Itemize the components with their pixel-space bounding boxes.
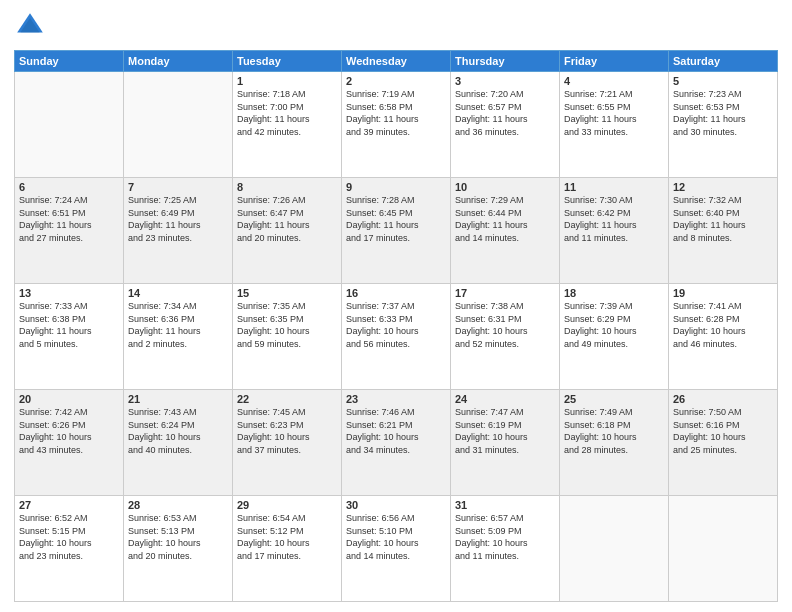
calendar-cell: 3Sunrise: 7:20 AM Sunset: 6:57 PM Daylig… [451, 72, 560, 178]
day-info: Sunrise: 7:32 AM Sunset: 6:40 PM Dayligh… [673, 194, 773, 244]
day-info: Sunrise: 7:28 AM Sunset: 6:45 PM Dayligh… [346, 194, 446, 244]
calendar-cell [669, 496, 778, 602]
day-info: Sunrise: 7:39 AM Sunset: 6:29 PM Dayligh… [564, 300, 664, 350]
calendar-cell: 9Sunrise: 7:28 AM Sunset: 6:45 PM Daylig… [342, 178, 451, 284]
day-number: 3 [455, 75, 555, 87]
week-row-1: 6Sunrise: 7:24 AM Sunset: 6:51 PM Daylig… [15, 178, 778, 284]
weekday-header-thursday: Thursday [451, 51, 560, 72]
weekday-header-friday: Friday [560, 51, 669, 72]
calendar-cell: 28Sunrise: 6:53 AM Sunset: 5:13 PM Dayli… [124, 496, 233, 602]
day-number: 6 [19, 181, 119, 193]
day-number: 27 [19, 499, 119, 511]
day-info: Sunrise: 7:41 AM Sunset: 6:28 PM Dayligh… [673, 300, 773, 350]
day-info: Sunrise: 7:45 AM Sunset: 6:23 PM Dayligh… [237, 406, 337, 456]
day-number: 22 [237, 393, 337, 405]
day-number: 7 [128, 181, 228, 193]
day-number: 24 [455, 393, 555, 405]
day-number: 15 [237, 287, 337, 299]
day-number: 13 [19, 287, 119, 299]
calendar-cell: 31Sunrise: 6:57 AM Sunset: 5:09 PM Dayli… [451, 496, 560, 602]
calendar-cell: 13Sunrise: 7:33 AM Sunset: 6:38 PM Dayli… [15, 284, 124, 390]
day-number: 31 [455, 499, 555, 511]
calendar-cell: 15Sunrise: 7:35 AM Sunset: 6:35 PM Dayli… [233, 284, 342, 390]
week-row-4: 27Sunrise: 6:52 AM Sunset: 5:15 PM Dayli… [15, 496, 778, 602]
calendar-cell: 19Sunrise: 7:41 AM Sunset: 6:28 PM Dayli… [669, 284, 778, 390]
calendar-cell: 8Sunrise: 7:26 AM Sunset: 6:47 PM Daylig… [233, 178, 342, 284]
day-number: 19 [673, 287, 773, 299]
day-info: Sunrise: 7:25 AM Sunset: 6:49 PM Dayligh… [128, 194, 228, 244]
day-info: Sunrise: 6:54 AM Sunset: 5:12 PM Dayligh… [237, 512, 337, 562]
calendar-cell [15, 72, 124, 178]
calendar-cell: 5Sunrise: 7:23 AM Sunset: 6:53 PM Daylig… [669, 72, 778, 178]
day-number: 14 [128, 287, 228, 299]
calendar-cell: 23Sunrise: 7:46 AM Sunset: 6:21 PM Dayli… [342, 390, 451, 496]
day-number: 29 [237, 499, 337, 511]
day-number: 17 [455, 287, 555, 299]
weekday-header-monday: Monday [124, 51, 233, 72]
weekday-header-saturday: Saturday [669, 51, 778, 72]
day-info: Sunrise: 6:57 AM Sunset: 5:09 PM Dayligh… [455, 512, 555, 562]
week-row-3: 20Sunrise: 7:42 AM Sunset: 6:26 PM Dayli… [15, 390, 778, 496]
weekday-header-wednesday: Wednesday [342, 51, 451, 72]
day-number: 23 [346, 393, 446, 405]
weekday-header-tuesday: Tuesday [233, 51, 342, 72]
day-info: Sunrise: 7:42 AM Sunset: 6:26 PM Dayligh… [19, 406, 119, 456]
day-number: 16 [346, 287, 446, 299]
day-info: Sunrise: 7:20 AM Sunset: 6:57 PM Dayligh… [455, 88, 555, 138]
day-number: 18 [564, 287, 664, 299]
day-info: Sunrise: 6:52 AM Sunset: 5:15 PM Dayligh… [19, 512, 119, 562]
calendar-cell: 6Sunrise: 7:24 AM Sunset: 6:51 PM Daylig… [15, 178, 124, 284]
calendar-cell: 2Sunrise: 7:19 AM Sunset: 6:58 PM Daylig… [342, 72, 451, 178]
calendar-cell: 12Sunrise: 7:32 AM Sunset: 6:40 PM Dayli… [669, 178, 778, 284]
day-info: Sunrise: 7:38 AM Sunset: 6:31 PM Dayligh… [455, 300, 555, 350]
day-info: Sunrise: 6:53 AM Sunset: 5:13 PM Dayligh… [128, 512, 228, 562]
calendar-cell: 17Sunrise: 7:38 AM Sunset: 6:31 PM Dayli… [451, 284, 560, 390]
day-info: Sunrise: 7:24 AM Sunset: 6:51 PM Dayligh… [19, 194, 119, 244]
calendar-cell: 30Sunrise: 6:56 AM Sunset: 5:10 PM Dayli… [342, 496, 451, 602]
day-number: 20 [19, 393, 119, 405]
calendar-cell: 14Sunrise: 7:34 AM Sunset: 6:36 PM Dayli… [124, 284, 233, 390]
day-number: 28 [128, 499, 228, 511]
day-number: 4 [564, 75, 664, 87]
header [14, 10, 778, 42]
day-info: Sunrise: 7:29 AM Sunset: 6:44 PM Dayligh… [455, 194, 555, 244]
day-number: 25 [564, 393, 664, 405]
day-info: Sunrise: 7:43 AM Sunset: 6:24 PM Dayligh… [128, 406, 228, 456]
calendar-cell [560, 496, 669, 602]
day-number: 21 [128, 393, 228, 405]
day-number: 11 [564, 181, 664, 193]
calendar-cell: 29Sunrise: 6:54 AM Sunset: 5:12 PM Dayli… [233, 496, 342, 602]
calendar-cell: 26Sunrise: 7:50 AM Sunset: 6:16 PM Dayli… [669, 390, 778, 496]
calendar-cell: 21Sunrise: 7:43 AM Sunset: 6:24 PM Dayli… [124, 390, 233, 496]
day-info: Sunrise: 7:37 AM Sunset: 6:33 PM Dayligh… [346, 300, 446, 350]
calendar-cell: 20Sunrise: 7:42 AM Sunset: 6:26 PM Dayli… [15, 390, 124, 496]
calendar-cell: 22Sunrise: 7:45 AM Sunset: 6:23 PM Dayli… [233, 390, 342, 496]
day-info: Sunrise: 7:23 AM Sunset: 6:53 PM Dayligh… [673, 88, 773, 138]
calendar-cell [124, 72, 233, 178]
day-info: Sunrise: 7:30 AM Sunset: 6:42 PM Dayligh… [564, 194, 664, 244]
weekday-header-sunday: Sunday [15, 51, 124, 72]
logo [14, 10, 50, 42]
calendar-cell: 25Sunrise: 7:49 AM Sunset: 6:18 PM Dayli… [560, 390, 669, 496]
day-info: Sunrise: 7:47 AM Sunset: 6:19 PM Dayligh… [455, 406, 555, 456]
calendar-cell: 7Sunrise: 7:25 AM Sunset: 6:49 PM Daylig… [124, 178, 233, 284]
day-info: Sunrise: 7:46 AM Sunset: 6:21 PM Dayligh… [346, 406, 446, 456]
day-info: Sunrise: 7:18 AM Sunset: 7:00 PM Dayligh… [237, 88, 337, 138]
calendar-cell: 27Sunrise: 6:52 AM Sunset: 5:15 PM Dayli… [15, 496, 124, 602]
calendar-cell: 11Sunrise: 7:30 AM Sunset: 6:42 PM Dayli… [560, 178, 669, 284]
day-info: Sunrise: 7:34 AM Sunset: 6:36 PM Dayligh… [128, 300, 228, 350]
day-number: 5 [673, 75, 773, 87]
day-info: Sunrise: 7:35 AM Sunset: 6:35 PM Dayligh… [237, 300, 337, 350]
day-number: 8 [237, 181, 337, 193]
day-number: 10 [455, 181, 555, 193]
calendar-cell: 4Sunrise: 7:21 AM Sunset: 6:55 PM Daylig… [560, 72, 669, 178]
day-number: 12 [673, 181, 773, 193]
day-info: Sunrise: 7:50 AM Sunset: 6:16 PM Dayligh… [673, 406, 773, 456]
week-row-0: 1Sunrise: 7:18 AM Sunset: 7:00 PM Daylig… [15, 72, 778, 178]
calendar-table: SundayMondayTuesdayWednesdayThursdayFrid… [14, 50, 778, 602]
day-info: Sunrise: 7:19 AM Sunset: 6:58 PM Dayligh… [346, 88, 446, 138]
calendar-cell: 10Sunrise: 7:29 AM Sunset: 6:44 PM Dayli… [451, 178, 560, 284]
day-number: 1 [237, 75, 337, 87]
day-info: Sunrise: 6:56 AM Sunset: 5:10 PM Dayligh… [346, 512, 446, 562]
calendar-cell: 24Sunrise: 7:47 AM Sunset: 6:19 PM Dayli… [451, 390, 560, 496]
